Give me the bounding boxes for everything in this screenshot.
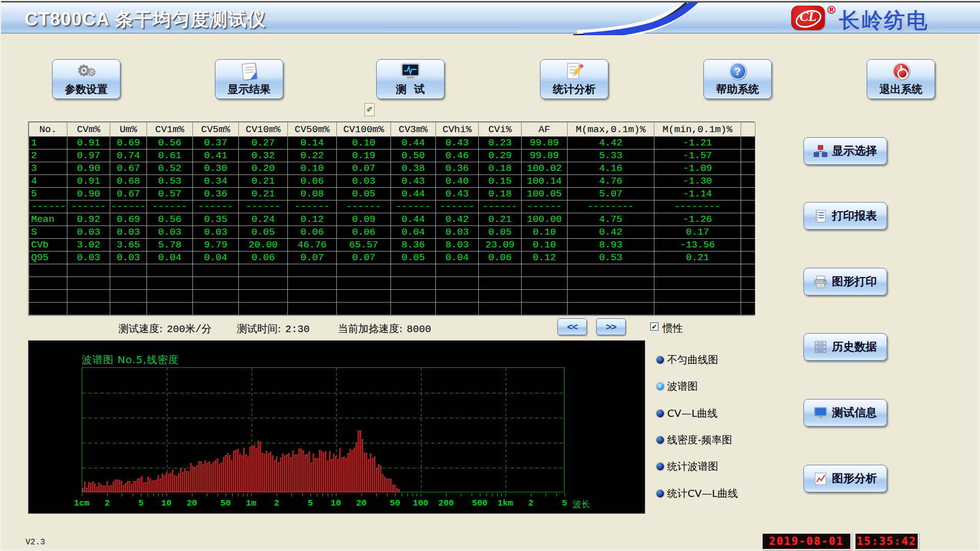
spectrum-bar [84, 482, 86, 492]
spectrum-bar [356, 442, 357, 492]
spectrum-bar [335, 456, 337, 492]
display-select-button[interactable]: 显示选择 [803, 137, 887, 165]
column-header: CV50m% [288, 122, 337, 137]
spectrum-bar [272, 456, 274, 492]
table-row[interactable] [29, 264, 755, 277]
spectrum-bar [225, 455, 227, 492]
column-header: CV3m% [391, 122, 436, 137]
decorative-swoosh [570, 3, 744, 35]
axis-tick-label: 5 [562, 498, 567, 508]
time-display: 15:35:42 [854, 533, 919, 550]
graph-print-button[interactable]: 图形打印 [803, 268, 887, 295]
axis-tick [148, 493, 148, 496]
table-row[interactable] [29, 303, 755, 315]
table-row[interactable]: 20.970.740.610.410.320.220.190.500.460.2… [29, 149, 755, 162]
spectrum-bar [372, 458, 374, 492]
axis-tick-label: 5 [308, 498, 313, 508]
axis-tick-label: 50 [390, 498, 400, 508]
spectrum-bar [386, 479, 388, 492]
spectrum-bar [362, 439, 363, 492]
axis-tick [412, 493, 413, 496]
params-settings-button[interactable]: ⚙⚙ 参数设置 [52, 59, 120, 99]
spectrum-bar [184, 468, 186, 492]
option-density-frequency[interactable]: 线密度-频率图 [656, 434, 732, 445]
spectrum-bar [152, 481, 153, 492]
table-row[interactable]: 50.900.670.570.360.210.080.050.440.430.1… [29, 188, 755, 201]
table-row[interactable]: Mean0.920.690.560.350.240.120.090.440.42… [29, 213, 755, 226]
axis-tick-label: 2 [528, 498, 533, 508]
axis-title: 波长 [573, 498, 590, 510]
radio-icon [656, 356, 664, 364]
spectrum-bar [170, 473, 172, 492]
spectrum-bar [333, 454, 335, 492]
show-results-button[interactable]: 显示结果 [215, 59, 283, 99]
option-stat-spectrum[interactable]: 统计波谱图 [656, 461, 718, 472]
axis-tick [207, 493, 207, 496]
gears-icon: ⚙⚙ [77, 62, 96, 81]
spectrum-bar [393, 485, 394, 492]
axis-tick [546, 493, 546, 496]
spectrum-bar [94, 484, 96, 492]
graph-analysis-button[interactable]: 图形分析 [803, 465, 887, 492]
next-page-button[interactable]: >> [596, 318, 626, 335]
axis-tick [133, 493, 133, 496]
table-row[interactable] [29, 290, 755, 303]
spectrum-bar [90, 483, 92, 492]
spectrum-bar [268, 454, 270, 492]
option-stat-cv-l-curve[interactable]: 统计CV—L曲线 [656, 488, 738, 499]
spectrum-bar [203, 464, 204, 492]
chart-gridline [82, 393, 564, 393]
axis-tick [122, 493, 122, 496]
spectrum-bar [286, 455, 288, 492]
option-unevenness-curve[interactable]: 不匀曲线图 [656, 354, 718, 365]
table-row[interactable]: 30.900.670.520.300.200.100.070.380.360.1… [29, 162, 755, 175]
axis-tick [153, 493, 154, 496]
spectrum-bar [325, 452, 327, 492]
exit-system-button[interactable]: 退出系统 [867, 59, 935, 99]
spectrum-bar [246, 455, 247, 492]
spectrum-bar [327, 461, 329, 492]
radio-icon [656, 490, 664, 497]
table-row[interactable]: S0.030.030.030.030.050.060.060.040.030.0… [29, 226, 755, 239]
spectrum-bar [270, 452, 272, 492]
axis-tick [376, 493, 377, 496]
help-system-button[interactable]: ? 帮助系统 [703, 59, 772, 99]
inertia-checkbox[interactable]: ✔ [650, 322, 658, 331]
spectrum-bar [113, 482, 114, 492]
test-button[interactable]: 测 试 [376, 59, 445, 99]
axis-tick [480, 493, 480, 496]
option-spectrum[interactable]: 波谱图 [656, 381, 698, 392]
brand-name: 长岭纺电 [839, 7, 929, 35]
column-header: AF [522, 122, 568, 137]
test-info-button[interactable]: 测试信息 [803, 399, 887, 427]
prev-page-button[interactable]: << [557, 318, 587, 335]
spectrum-bar [192, 466, 194, 492]
axis-tick [565, 493, 565, 496]
spectrum-bar [229, 455, 231, 492]
spectrum-bar [239, 454, 241, 492]
axis-tick [336, 493, 336, 496]
axis-tick [158, 493, 159, 496]
table-row[interactable]: 10.910.690.560.370.270.140.100.440.430.2… [29, 137, 755, 149]
table-row[interactable]: CVb3.023.655.789.7920.0046.7665.578.368.… [29, 239, 755, 252]
spectrum-bar [248, 457, 249, 492]
chart-gridline [506, 368, 506, 492]
history-data-button[interactable]: 历史数据 [803, 333, 887, 361]
table-row[interactable] [29, 277, 755, 290]
print-report-button[interactable]: 打印报表 [803, 202, 887, 230]
option-cv-l-curve[interactable]: CV—L曲线 [656, 408, 718, 419]
table-row[interactable]: ----------------------------------------… [29, 201, 755, 213]
axis-tick [323, 493, 323, 496]
brand-logo: CL ® 长岭纺电 [791, 6, 929, 35]
spectrum-bar [252, 446, 253, 492]
spectrum-bar [141, 477, 143, 492]
statistics-analysis-button[interactable]: 统计分析 [540, 59, 608, 99]
axis-tick [446, 493, 447, 496]
spectrum-bar [199, 461, 200, 492]
spectrum-bar [164, 475, 165, 492]
axis-tick [232, 493, 233, 496]
axis-tick [226, 493, 226, 496]
table-row[interactable]: Q950.030.030.040.040.060.070.070.050.040… [29, 252, 755, 264]
column-header [741, 122, 755, 137]
table-row[interactable]: 40.910.680.530.340.210.060.030.430.400.1… [29, 175, 755, 188]
